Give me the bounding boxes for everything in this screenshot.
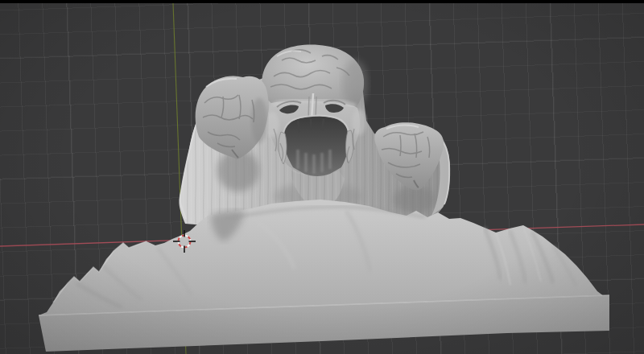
mouth-opening [283, 117, 349, 177]
letterbox-bar-top [0, 0, 644, 3]
dome-right-shade [342, 60, 368, 108]
viewport-canvas[interactable] [0, 0, 644, 354]
sculpt-model-mesh[interactable] [39, 44, 609, 352]
viewport[interactable] [0, 0, 644, 354]
